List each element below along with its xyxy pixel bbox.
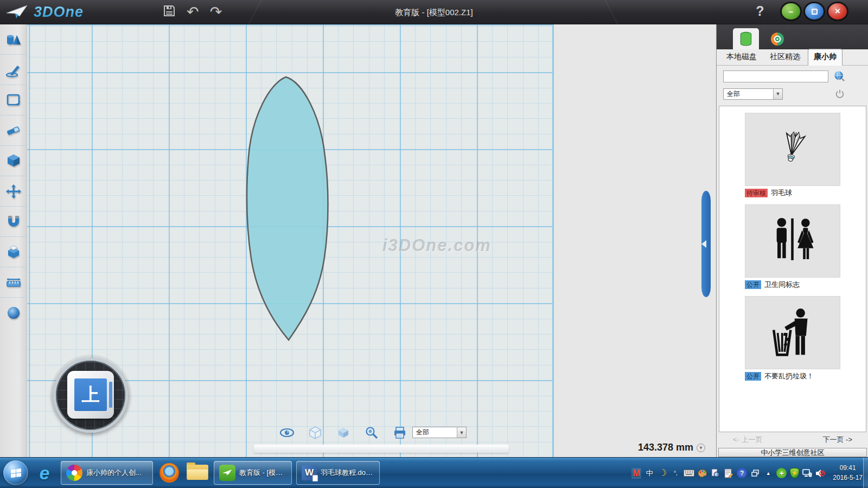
visibility-button[interactable]	[279, 426, 295, 440]
network-tray-icon[interactable]	[802, 468, 812, 479]
tab-community-featured[interactable]: 社区精选	[764, 49, 806, 65]
palette-tray-icon[interactable]	[698, 468, 707, 479]
search-input[interactable]	[723, 70, 828, 82]
undo-button[interactable]: ↶	[187, 5, 199, 20]
taskbar-window-3done[interactable]: 教育版 - [模型00...	[214, 461, 292, 485]
snap-tool-button[interactable]	[0, 207, 27, 237]
ime-indicator[interactable]: 中	[644, 468, 654, 479]
material-tool-button[interactable]	[0, 298, 27, 328]
erase-tool-button[interactable]	[0, 115, 27, 146]
shaded-view-button[interactable]	[336, 426, 351, 440]
wireframe-view-button[interactable]	[308, 426, 323, 440]
taskbar-window-browser[interactable]: 康小帅的个人创...	[61, 461, 153, 485]
window-restore-tray-icon[interactable]	[750, 468, 760, 479]
help-tray-icon[interactable]: ?	[737, 468, 747, 478]
move-tool-button[interactable]	[0, 176, 27, 207]
keyboard-tray-icon[interactable]	[684, 468, 694, 479]
moon-tray-icon[interactable]: ☽	[658, 468, 667, 479]
window-title: 教育版 - [模型002.Z1]	[326, 0, 542, 24]
model-thumbnail-restroom[interactable]	[745, 204, 840, 278]
taskbar-window-word[interactable]: W 羽毛球教程.docx ...	[296, 461, 380, 485]
combine-tool-button[interactable]	[0, 237, 27, 267]
model-card[interactable]: 公开 卫生间标志	[745, 204, 840, 290]
model-card[interactable]: 待审核 羽毛球	[745, 113, 840, 198]
display-filter-dropdown[interactable]: 全部 ▼	[412, 427, 467, 438]
sketch-edit-tool-button[interactable]	[0, 85, 27, 115]
print-button[interactable]	[392, 426, 407, 440]
view-cube-top-face[interactable]: 上	[74, 378, 107, 411]
file-explorer-button[interactable]	[186, 460, 209, 485]
measurement-dropdown-icon[interactable]: ▼	[697, 444, 705, 452]
shield-tray-icon[interactable]: ⚡	[790, 468, 799, 478]
magnet-icon	[5, 214, 22, 229]
360-safe-tray-icon[interactable]: +	[776, 468, 787, 478]
model-thumbnail-litter[interactable]	[745, 296, 840, 369]
model-name[interactable]: 羽毛球	[771, 188, 792, 198]
wireframe-cube-icon	[308, 426, 322, 440]
show-hidden-icons-button[interactable]: ▲	[763, 468, 773, 479]
model-name[interactable]: 不要乱扔垃圾！	[764, 371, 814, 381]
redo-button[interactable]: ↷	[210, 5, 222, 20]
help-button[interactable]: ?	[752, 3, 768, 21]
system-tray: M 中 ☽ °, ? ▲ + ⚡	[631, 458, 863, 488]
model-name[interactable]: 卫生间标志	[764, 280, 800, 290]
restore-icon	[812, 9, 818, 15]
no-littering-image	[763, 307, 822, 359]
community-site-button[interactable]: 中小学三维创意社区	[718, 448, 867, 457]
model-card[interactable]: 公开 不要乱扔垃圾！	[745, 296, 840, 381]
measurement-value: 143.378 mm	[638, 442, 693, 453]
eye-icon	[279, 427, 295, 439]
taskbar-window-label: 康小帅的个人创...	[86, 468, 142, 478]
view-cube[interactable]: 上	[53, 358, 128, 433]
prev-page-button[interactable]: <- 上一页	[733, 435, 763, 445]
start-button[interactable]	[3, 460, 28, 485]
save-button[interactable]	[163, 4, 176, 20]
word-icon: W	[302, 465, 317, 480]
measure-tool-button[interactable]	[0, 267, 27, 298]
minimize-button[interactable]: −	[782, 3, 800, 20]
primitives-icon	[5, 32, 22, 47]
show-desktop-button[interactable]	[863, 458, 868, 488]
tab-user-kangxiaoshuai[interactable]: 康小帅	[808, 49, 843, 66]
document-actions: ↶ ↷	[163, 0, 222, 24]
tab-community-resources[interactable]	[764, 28, 790, 49]
notes-tray-icon[interactable]	[724, 468, 733, 479]
punctuation-indicator[interactable]: °,	[671, 468, 680, 479]
zoom-button[interactable]	[364, 426, 379, 440]
taskbar-clock[interactable]: 09:41 2016-5-17	[833, 464, 863, 483]
model-label: 公开 不要乱扔垃圾！	[745, 371, 840, 381]
view-toolbar	[279, 426, 407, 440]
chevron-down-icon[interactable]: ▼	[457, 427, 466, 438]
modeling-viewport[interactable]: i3DOne.com 上	[27, 24, 716, 457]
clock-date: 2016-5-17	[833, 473, 863, 483]
panel-collapse-handle[interactable]	[701, 191, 711, 297]
chevron-down-icon[interactable]: ▼	[773, 89, 782, 99]
model-list[interactable]: 待审核 羽毛球	[719, 106, 866, 432]
internet-explorer-button[interactable]: e	[33, 460, 56, 485]
logo-text: 3DOne	[34, 4, 84, 21]
firefox-button[interactable]	[157, 460, 181, 485]
search-doc-tray-icon[interactable]	[711, 468, 720, 479]
model-thumbnail-badminton[interactable]	[745, 113, 840, 186]
restore-button[interactable]	[805, 3, 824, 20]
next-page-button[interactable]: 下一页 ->	[822, 435, 852, 445]
taskbar-window-label: 教育版 - [模型00...	[239, 468, 286, 478]
community-logo-icon	[770, 31, 785, 47]
taskbar-window-label: 羽毛球教程.docx ...	[321, 468, 374, 478]
globe-search-icon[interactable]	[833, 70, 845, 82]
display-filter-value: 全部	[413, 428, 457, 437]
category-filter-dropdown[interactable]: 全部 ▼	[723, 88, 783, 100]
power-icon[interactable]	[835, 89, 845, 99]
maxthon-tray-icon[interactable]: M	[631, 468, 641, 479]
volume-muted-tray-icon[interactable]	[815, 468, 825, 479]
ie-icon: e	[40, 463, 50, 484]
tab-local-resources[interactable]	[733, 28, 759, 49]
3done-app-icon	[219, 465, 235, 481]
sketch-draw-tool-button[interactable]	[0, 55, 27, 85]
feature-modeling-tool-button[interactable]	[0, 146, 27, 176]
close-button[interactable]: ×	[828, 3, 847, 20]
tab-local-disk[interactable]: 本地磁盘	[721, 49, 762, 65]
measurement-readout: 143.378 mm ▼	[602, 442, 705, 453]
primitives-tool-button[interactable]	[0, 24, 27, 55]
window-controls: − ×	[782, 3, 847, 20]
